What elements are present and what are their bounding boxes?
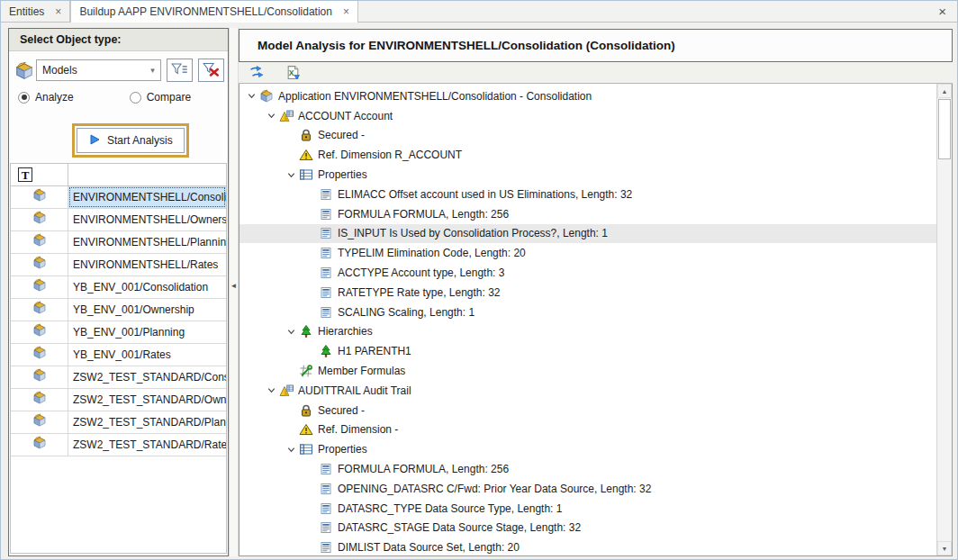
object-type-select[interactable]: Models ▾ [36,59,161,81]
model-name: YB_ENV_001/Planning [73,326,185,339]
model-list-item[interactable]: YB_ENV_001/Rates [11,344,226,366]
compare-radio-label: Compare [147,91,191,104]
start-analysis-button[interactable]: Start Analysis [77,128,185,153]
tab-entities-label: Entities [9,5,44,18]
tree-node[interactable]: DIMLIST Data Source Set, Length: 20 [240,537,936,555]
chevron-down-icon[interactable] [265,111,278,121]
tree-scrollbar[interactable]: ▲ ▼ [936,84,952,555]
tree-node[interactable]: ACCTYPE Account type, Length: 3 [240,263,936,283]
model-list-item[interactable]: YB_ENV_001/Planning [11,321,226,344]
tree-node[interactable]: DATASRC_TYPE Data Source Type, Length: 1 [240,499,936,519]
tree-node-label: FORMULA FORMULA, Length: 256 [338,208,509,221]
property-icon [318,226,333,240]
tree-node[interactable]: TYPELIM Elimination Code, Length: 20 [240,243,936,263]
tab-close-icon[interactable]: × [55,6,61,17]
model-list-item[interactable]: ENVIRONMENTSHELL/Ownership [11,209,226,231]
tree-node[interactable]: FORMULA FORMULA, Length: 256 [240,204,936,224]
tree-node-label: Ref. Dimension R_ACCOUNT [318,149,462,161]
tree-node[interactable]: Hierarchies [240,322,936,342]
tree-node[interactable]: RATETYPE Rate type, Length: 32 [240,283,936,303]
properties-table-icon [298,167,313,182]
tab-close-icon[interactable]: × [343,6,349,17]
model-name: ZSW2_TEST_STANDARD/Consoli... [73,371,226,384]
model-list-item[interactable]: ZSW2_TEST_STANDARD/Planning [11,411,226,434]
tree-node[interactable]: H1 PARENTH1 [240,341,936,361]
chevron-down-icon[interactable] [285,445,298,455]
lock-icon [298,128,313,142]
property-icon [318,285,333,300]
tree-node-label: IS_INPUT Is Used by Consolidation Proces… [338,227,608,239]
model-list-item[interactable]: ZSW2_TEST_STANDARD/Rates [11,434,226,456]
tree-node-label: Properties [318,168,367,181]
tree-node-label: Ref. Dimension - [318,423,398,436]
tree-node-label: RATETYPE Rate type, Length: 32 [338,286,501,299]
tree-node[interactable]: OPENING_DATASRC C/Fwd: Prior Year Data S… [240,479,936,499]
tab-buildup-analysis[interactable]: Buildup AAPP ENVIRONMENTSHELL/Consolidat… [70,1,358,23]
model-name: YB_ENV_001/Consolidation [73,281,208,294]
tree-node[interactable]: FORMULA FORMULA, Length: 256 [240,459,936,479]
warning-icon [298,148,313,162]
model-list-item[interactable]: ENVIRONMENTSHELL/Consolidation [11,186,226,209]
model-name: ENVIRONMENTSHELL/Planning [73,236,226,248]
chevron-down-icon[interactable] [245,91,258,101]
chevron-down-icon[interactable] [285,327,298,337]
compare-radio[interactable]: Compare [130,91,191,104]
close-icon[interactable]: × [938,1,957,22]
scroll-down-icon[interactable]: ▼ [937,541,952,555]
scroll-up-icon[interactable]: ▲ [937,84,952,98]
clear-filter-button[interactable] [198,59,224,82]
chevron-down-icon[interactable] [285,170,298,180]
start-analysis-highlight: Start Analysis [72,123,189,158]
tree-node[interactable]: ACCOUNT Account [240,106,936,126]
tree-node[interactable]: Member Formulas [240,361,936,381]
text-column-header[interactable]: T [11,164,68,185]
tab-entities[interactable]: Entities × [1,1,70,22]
model-name: YB_ENV_001/Ownership [73,303,194,316]
clear-filter-icon [202,61,220,79]
name-column-header[interactable] [68,164,226,185]
chevron-down-icon[interactable] [265,385,278,395]
tree-node[interactable]: Application ENVIRONMENTSHELL/Consolidati… [240,86,936,106]
model-cube-icon [32,346,48,364]
model-cube-icon [32,413,48,431]
properties-table-icon [298,442,313,456]
model-list-item[interactable]: ENVIRONMENTSHELL/Planning [11,231,226,254]
tree-node[interactable]: Properties [240,439,936,459]
model-list-item[interactable]: ZSW2_TEST_STANDARD/Owners... [11,389,226,411]
tree-node[interactable]: Properties [240,165,936,185]
model-name: ZSW2_TEST_STANDARD/Owners... [73,393,226,406]
expand-nodes-arrows-icon[interactable] [246,63,267,82]
model-name: YB_ENV_001/Rates [73,348,171,361]
dimension-icon [278,384,294,398]
model-list-item[interactable]: YB_ENV_001/Consolidation [11,276,226,299]
model-cube-icon [32,368,48,386]
panel-splitter[interactable]: ◄ [229,28,239,556]
dimension-icon [278,109,294,123]
application-cube-icon [258,89,274,104]
filter-button[interactable] [167,59,193,82]
collapse-left-icon[interactable]: ◄ [230,283,238,556]
tree-node[interactable]: ELIMACC Offset account used in US Elimin… [240,185,936,204]
object-type-value: Models [42,64,150,77]
analyze-radio[interactable]: Analyze [18,91,74,104]
select-object-panel: Select Object type: Models ▾ Analyze Com [8,28,229,556]
export-excel-icon[interactable]: X [282,63,303,82]
property-icon [318,246,333,260]
tree-node[interactable]: IS_INPUT Is Used by Consolidation Proces… [240,224,936,244]
tree-node[interactable]: DATASRC_STAGE Data Source Stage, Length:… [240,519,936,538]
scrollbar-thumb[interactable] [938,99,951,159]
tree-node[interactable]: SCALING Scaling, Length: 1 [240,303,936,322]
tree-node-label: AUDITTRAIL Audit Trail [298,384,411,397]
model-list-item[interactable]: ENVIRONMENTSHELL/Rates [11,254,226,276]
tree-node[interactable]: Ref. Dimension R_ACCOUNT [240,145,936,165]
tree-node-label: ACCOUNT Account [298,110,393,122]
tree-node[interactable]: Ref. Dimension - [240,420,936,440]
property-icon [318,482,333,496]
model-list-item[interactable]: ZSW2_TEST_STANDARD/Consoli... [11,366,226,389]
tree-node[interactable]: Secured - [240,126,936,146]
model-list-item[interactable]: YB_ENV_001/Ownership [11,299,226,321]
tree-node[interactable]: Secured - [240,401,936,420]
radio-selected-icon [18,92,30,104]
tree-node[interactable]: AUDITTRAIL Audit Trail [240,381,936,401]
models-cube-icon [14,61,34,79]
